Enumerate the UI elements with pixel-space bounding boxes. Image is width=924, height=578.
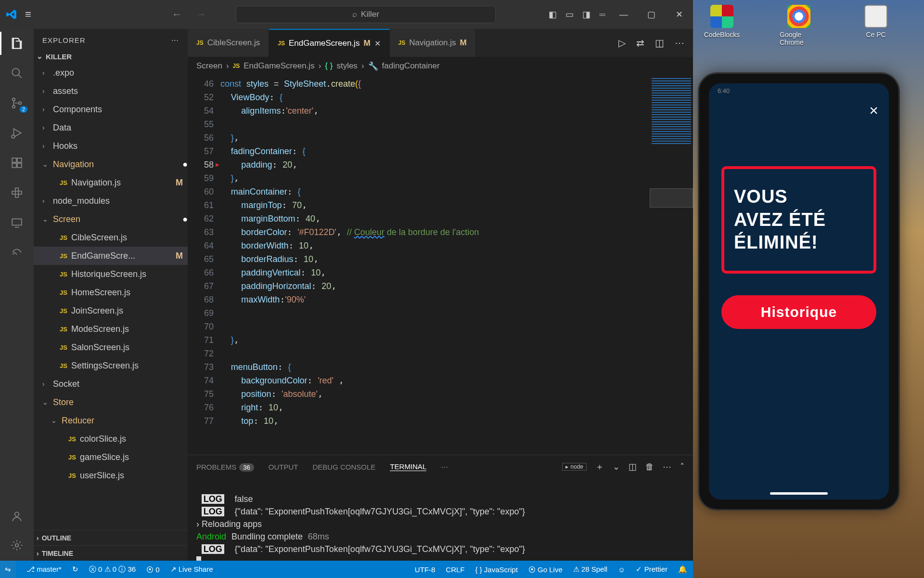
eol[interactable]: CRLF <box>446 565 464 574</box>
split-terminal-icon[interactable]: ◫ <box>629 461 637 472</box>
js-icon: JS <box>60 344 67 351</box>
outline-section[interactable]: ›OUTLINE <box>34 530 188 545</box>
prettier[interactable]: ✓ Prettier <box>636 565 667 574</box>
code-editor[interactable]: const styles = StyleSheet.create({ ViewB… <box>220 75 650 455</box>
desktop-icon-pc[interactable]: Ce PC <box>857 5 895 46</box>
sidebar-explorer: EXPLORER ⋯ ⌄KILLER ›.expo›assets›Compone… <box>34 29 188 561</box>
close-button[interactable]: ✕ <box>670 9 689 20</box>
live-share[interactable]: ↗ Live Share <box>170 565 213 574</box>
close-icon[interactable]: × <box>869 102 878 119</box>
folder-item[interactable]: ⌄Reducer <box>34 411 188 430</box>
file-item[interactable]: JSHomeScreen.js <box>34 283 188 302</box>
trash-icon[interactable]: 🗑 <box>645 462 654 472</box>
extensions-icon[interactable] <box>9 155 25 171</box>
editor-tab[interactable]: JSNavigation.jsM <box>390 29 476 57</box>
editor-tab[interactable]: JSCibleScreen.js <box>188 29 269 57</box>
feedback-icon[interactable]: ☺ <box>618 565 625 574</box>
chevron-up-icon[interactable]: ˄ <box>680 461 684 472</box>
timeline-section[interactable]: ›TIMELINE <box>34 545 188 561</box>
folder-item[interactable]: ⌄Screen● <box>34 210 188 228</box>
nav-forward-icon[interactable]: → <box>196 8 206 21</box>
notifications-icon[interactable]: 🔔 <box>678 565 687 574</box>
run-icon[interactable]: ▷ <box>618 37 626 49</box>
file-item[interactable]: JSNavigation.jsM <box>34 173 188 192</box>
new-terminal-icon[interactable]: ＋ <box>595 461 604 473</box>
account-icon[interactable] <box>9 509 25 524</box>
folder-item[interactable]: ›Socket <box>34 375 188 393</box>
tab-output[interactable]: OUTPUT <box>269 463 298 471</box>
source-control-icon[interactable]: 2 <box>9 95 25 111</box>
menu-icon[interactable]: ≡ <box>25 8 31 21</box>
tab-terminal[interactable]: TERMINAL <box>390 462 426 471</box>
layout-panel-icon[interactable]: ▭ <box>565 9 574 20</box>
tab-problems[interactable]: PROBLEMS36 <box>196 463 254 471</box>
folder-item[interactable]: ›node_modules <box>34 192 188 210</box>
file-item[interactable]: JSJoinScreen.js <box>34 302 188 320</box>
file-item[interactable]: JSSettingsScreen.js <box>34 356 188 375</box>
more-icon[interactable]: ⋯ <box>663 461 671 472</box>
chevron-down-icon[interactable]: ⌄ <box>613 461 620 472</box>
encoding[interactable]: UTF-8 <box>415 565 436 574</box>
language-mode[interactable]: { } JavaScript <box>475 565 517 574</box>
nav-back-icon[interactable]: ← <box>172 8 182 21</box>
status-errors[interactable]: ⓧ 0 ⚠ 0 ⓘ 36 <box>89 565 136 574</box>
folder-item[interactable]: ›.expo <box>34 64 188 82</box>
split-editor-icon[interactable]: ◫ <box>655 37 664 49</box>
command-center[interactable]: ⌕ Killer <box>236 6 496 23</box>
layout-customize-icon[interactable]: ▫▫ <box>599 10 605 20</box>
file-item[interactable]: JScolorSlice.js <box>34 430 188 448</box>
explorer-icon[interactable] <box>9 36 25 51</box>
layout-primary-icon[interactable]: ◧ <box>549 9 557 20</box>
python-icon[interactable] <box>9 185 25 200</box>
file-item[interactable]: JSgameSlice.js <box>34 448 188 466</box>
file-item[interactable]: JSHistoriqueScreen.js <box>34 265 188 283</box>
desktop-icon-chrome[interactable]: Google Chrome <box>780 5 818 46</box>
editor-tab[interactable]: JSEndGameScreen.jsM✕ <box>269 29 389 57</box>
breadcrumbs[interactable]: Screen› JS EndGameScreen.js› { } styles›… <box>188 57 693 75</box>
breadcrumb-item[interactable]: styles <box>336 61 357 71</box>
go-live[interactable]: ⦿ Go Live <box>528 565 563 574</box>
close-icon[interactable]: ✕ <box>374 39 381 48</box>
tab-debug-console[interactable]: DEBUG CONSOLE <box>313 463 376 471</box>
more-icon[interactable]: ⋯ <box>675 37 684 49</box>
remote-icon[interactable] <box>9 215 25 230</box>
more-icon[interactable]: ⋯ <box>441 462 448 471</box>
settings-gear-icon[interactable] <box>9 538 25 553</box>
share-icon[interactable] <box>9 245 25 260</box>
sync-icon[interactable]: ↻ <box>72 565 78 574</box>
breadcrumb-item[interactable]: fadingContainer <box>382 61 440 71</box>
folder-item[interactable]: ›Components <box>34 100 188 118</box>
breadcrumb-item[interactable]: EndGameScreen.js <box>244 61 314 71</box>
file-item[interactable]: JSEndGameScre...M <box>34 247 188 265</box>
maximize-button[interactable]: ▢ <box>642 9 661 20</box>
minimize-button[interactable]: — <box>614 10 633 20</box>
spell-check[interactable]: ⚠ 28 Spell <box>573 565 607 574</box>
desktop-icon-codeblocks[interactable]: CodeBlocks <box>703 5 741 46</box>
folder-item[interactable]: ⌄Navigation● <box>34 155 188 173</box>
file-item[interactable]: JSModeScreen.js <box>34 320 188 338</box>
remote-indicator[interactable]: ⇋ <box>0 561 16 578</box>
terminal[interactable]: LOG false LOG {"data": "ExponentPushToke… <box>188 478 693 561</box>
minimap[interactable] <box>650 75 693 455</box>
gutter[interactable]: 4652545556575859606162636465666768697071… <box>188 75 220 455</box>
file-item[interactable]: JSSalonScreen.js <box>34 338 188 356</box>
folder-item[interactable]: ⌄Store <box>34 393 188 411</box>
folder-item[interactable]: ›assets <box>34 82 188 100</box>
terminal-profile[interactable]: ▸ node <box>562 463 587 471</box>
status-radio[interactable]: ⦿ 0 <box>146 565 160 574</box>
file-item[interactable]: JSCibleScreen.js <box>34 228 188 247</box>
more-icon[interactable]: ⋯ <box>171 36 179 44</box>
explorer-root[interactable]: ⌄KILLER <box>34 49 188 64</box>
historique-button[interactable]: Historique <box>721 295 876 329</box>
folder-item[interactable]: ›Hooks <box>34 137 188 155</box>
js-icon: JS <box>68 472 76 479</box>
file-item[interactable]: JSuserSlice.js <box>34 466 188 485</box>
layout-secondary-icon[interactable]: ◨ <box>582 9 590 20</box>
git-compare-icon[interactable]: ⇄ <box>636 37 644 49</box>
folder-item[interactable]: ›Data <box>34 118 188 137</box>
debug-icon[interactable] <box>9 125 25 141</box>
home-handle[interactable] <box>770 492 828 495</box>
git-branch[interactable]: ⎇ master* <box>26 565 62 574</box>
search-icon[interactable] <box>9 66 25 81</box>
breadcrumb-item[interactable]: Screen <box>196 61 222 71</box>
